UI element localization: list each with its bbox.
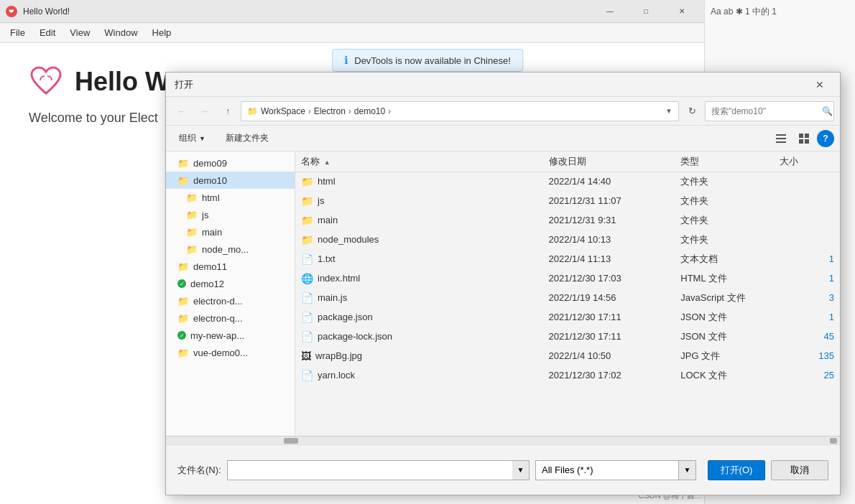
search-input[interactable] [711, 106, 819, 116]
forward-button[interactable]: → [195, 101, 215, 121]
file-name: yarn.lock [318, 370, 355, 381]
file-date: 2022/1/4 10:13 [543, 230, 675, 249]
organize-arrow: ▼ [199, 135, 205, 142]
app-icon: ❤ [6, 6, 17, 17]
tree-item-mynewap[interactable]: ✓ my-new-ap... [166, 327, 295, 344]
tree-item-electrond[interactable]: 📁 electron-d... [166, 292, 295, 309]
file-date: 2021/12/30 17:02 [543, 365, 675, 385]
file-name: package.json [318, 312, 373, 322]
minimize-button[interactable]: — [593, 0, 627, 23]
notification-text: DevTools is now available in Chinese! [354, 55, 511, 66]
menu-edit[interactable]: Edit [32, 24, 63, 41]
help-button[interactable]: ? [817, 130, 834, 147]
back-button[interactable]: ← [172, 101, 192, 121]
dialog-body: 📁 demo09 📁 demo10 📁 html 📁 js 📁 main 📁 [166, 151, 840, 436]
table-row[interactable]: 🌐 index.html 2021/12/30 17:03 HTML 文件 1 [295, 269, 840, 288]
file-name-cell: 📁 js [295, 191, 543, 210]
file-icon: 🖼 [301, 350, 311, 362]
table-row[interactable]: 📄 yarn.lock 2021/12/30 17:02 LOCK 文件 25 [295, 365, 840, 385]
tree-item-demo11[interactable]: 📁 demo11 [166, 258, 295, 275]
tree-item-demo10[interactable]: 📁 demo10 [166, 172, 295, 189]
file-icon: 📄 [301, 253, 313, 265]
col-header-name[interactable]: 名称 ▲ [295, 151, 543, 172]
menu-window[interactable]: Window [97, 24, 144, 41]
table-row[interactable]: 📁 js 2021/12/31 11:07 文件夹 [295, 191, 840, 210]
svg-rect-1 [776, 138, 786, 139]
sep2: › [348, 106, 351, 116]
table-row[interactable]: 📄 package-lock.json 2021/12/30 17:11 JSO… [295, 327, 840, 346]
cancel-button[interactable]: 取消 [771, 460, 828, 480]
folder-icon-demo10: 📁 [177, 175, 189, 186]
file-type: HTML 文件 [675, 269, 774, 288]
organize-label: 组织 [179, 132, 196, 144]
filetype-select[interactable]: All Files (*.*) [535, 460, 679, 480]
view-details-button[interactable] [794, 129, 814, 148]
file-date: 2022/1/4 11:13 [543, 249, 675, 269]
dialog-addressbar: ← → ↑ 📁 WorkSpace › Electron › demo10 › … [166, 97, 840, 126]
table-row[interactable]: 📄 package.json 2021/12/30 17:11 JSON 文件 … [295, 307, 840, 327]
table-row[interactable]: 📁 html 2022/1/4 14:40 文件夹 [295, 172, 840, 191]
view-list-button[interactable] [771, 129, 791, 148]
file-size [774, 210, 840, 230]
menu-file[interactable]: File [3, 24, 32, 41]
tree-item-js[interactable]: 📁 js [166, 206, 295, 223]
table-row[interactable]: 📄 main.js 2022/1/19 14:56 JavaScript 文件 … [295, 288, 840, 307]
tree-item-label-demo11: demo11 [193, 261, 227, 272]
folder-icon-electronq: 📁 [177, 313, 189, 324]
app-logo-icon [29, 65, 63, 99]
table-row[interactable]: 📄 1.txt 2022/1/4 11:13 文本文档 1 [295, 249, 840, 269]
menu-view[interactable]: View [63, 24, 97, 41]
svg-rect-4 [805, 134, 809, 138]
refresh-button[interactable]: ↻ [682, 101, 702, 121]
tree-item-nodemodules[interactable]: 📁 node_mo... [166, 241, 295, 258]
tree-item-html[interactable]: 📁 html [166, 189, 295, 206]
search-box[interactable]: 🔍 [705, 101, 834, 121]
table-row[interactable]: 📁 main 2021/12/31 9:31 文件夹 [295, 210, 840, 230]
tree-item-demo09[interactable]: 📁 demo09 [166, 154, 295, 172]
file-date: 2021/12/31 9:31 [543, 210, 675, 230]
maximize-button[interactable]: □ [629, 0, 662, 23]
side-panel-text: Aa ab ✱ 1 中的 1 [711, 6, 777, 18]
menu-help[interactable]: Help [145, 24, 179, 41]
svg-rect-3 [799, 134, 803, 138]
tree-item-electronq[interactable]: 📁 electron-q... [166, 309, 295, 327]
table-row[interactable]: 🖼 wrapBg.jpg 2022/1/4 10:50 JPG 文件 135 [295, 346, 840, 365]
tree-item-vuedemo[interactable]: 📁 vue-demo0... [166, 344, 295, 361]
file-dialog: 打开 ✕ ← → ↑ 📁 WorkSpace › Electron › demo… [165, 72, 841, 495]
green-dot-mynewap: ✓ [177, 331, 186, 340]
app-heading: Hello W [75, 67, 170, 97]
address-demo10: demo10 [354, 106, 385, 116]
file-type: JSON 文件 [675, 307, 774, 327]
table-row[interactable]: 📁 node_modules 2022/1/4 10:13 文件夹 [295, 230, 840, 249]
organize-button[interactable]: 组织 ▼ [172, 129, 213, 148]
file-date: 2021/12/31 11:07 [543, 191, 675, 210]
dialog-close-button[interactable]: ✕ [808, 75, 831, 95]
file-type: 文件夹 [675, 172, 774, 191]
file-size: 1 [774, 249, 840, 269]
file-type: 文本文档 [675, 249, 774, 269]
file-name: 1.txt [318, 253, 336, 264]
file-icon: 📁 [301, 195, 313, 207]
tree-item-label-vuedemo: vue-demo0... [193, 347, 248, 358]
filetype-dropdown-button[interactable]: ▼ [679, 460, 696, 480]
close-button[interactable]: ✕ [665, 0, 698, 23]
dialog-titlebar: 打开 ✕ [166, 73, 840, 97]
col-header-date[interactable]: 修改日期 [543, 151, 675, 172]
file-name: js [318, 195, 324, 206]
filename-input[interactable] [227, 460, 530, 480]
new-folder-button[interactable]: 新建文件夹 [218, 129, 276, 148]
file-icon: 📄 [301, 292, 313, 304]
up-button[interactable]: ↑ [218, 101, 238, 121]
address-box[interactable]: 📁 WorkSpace › Electron › demo10 › ▼ [241, 101, 679, 121]
file-type: JSON 文件 [675, 327, 774, 346]
sep3: › [388, 106, 391, 116]
col-header-type[interactable]: 类型 [675, 151, 774, 172]
horizontal-scrollbar[interactable] [166, 436, 840, 444]
col-header-size[interactable]: 大小 [774, 151, 840, 172]
tree-item-demo12[interactable]: ✓ demo12 [166, 275, 295, 292]
app-titlebar: ❤ Hello World! — □ ✕ [0, 0, 704, 23]
open-button[interactable]: 打开(O) [708, 460, 765, 480]
tree-item-main[interactable]: 📁 main [166, 223, 295, 241]
tree-item-label-main: main [202, 227, 222, 238]
filename-dropdown-button[interactable]: ▼ [512, 460, 530, 480]
